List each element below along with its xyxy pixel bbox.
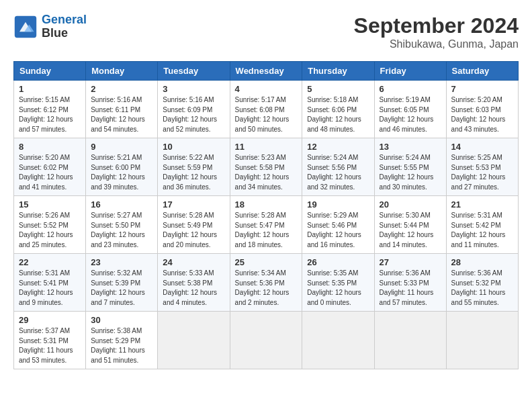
weekday-header: Sunday	[14, 62, 86, 81]
day-info: Sunrise: 5:35 AM Sunset: 5:35 PM Dayligh…	[307, 269, 369, 308]
calendar-cell: 18Sunrise: 5:28 AM Sunset: 5:47 PM Dayli…	[230, 196, 302, 254]
day-info: Sunrise: 5:21 AM Sunset: 6:00 PM Dayligh…	[91, 153, 152, 192]
logo-text: GeneralBlue	[42, 13, 87, 40]
day-number: 3	[163, 84, 224, 94]
calendar-cell: 11Sunrise: 5:23 AM Sunset: 5:58 PM Dayli…	[230, 138, 302, 196]
day-number: 4	[235, 84, 298, 94]
weekday-header: Tuesday	[158, 62, 230, 81]
calendar-cell: 8Sunrise: 5:20 AM Sunset: 6:02 PM Daylig…	[14, 138, 86, 196]
calendar-cell: 29Sunrise: 5:37 AM Sunset: 5:31 PM Dayli…	[14, 312, 86, 369]
calendar-cell: 15Sunrise: 5:26 AM Sunset: 5:52 PM Dayli…	[14, 196, 86, 254]
calendar-cell: 23Sunrise: 5:32 AM Sunset: 5:39 PM Dayli…	[86, 254, 158, 312]
day-info: Sunrise: 5:33 AM Sunset: 5:38 PM Dayligh…	[163, 269, 224, 308]
day-info: Sunrise: 5:16 AM Sunset: 6:09 PM Dayligh…	[163, 95, 224, 134]
day-number: 10	[163, 142, 224, 152]
day-number: 28	[451, 257, 513, 267]
day-number: 20	[380, 199, 441, 210]
day-info: Sunrise: 5:19 AM Sunset: 6:05 PM Dayligh…	[380, 95, 441, 134]
day-info: Sunrise: 5:20 AM Sunset: 6:02 PM Dayligh…	[19, 153, 81, 192]
day-info: Sunrise: 5:18 AM Sunset: 6:06 PM Dayligh…	[307, 95, 369, 134]
day-info: Sunrise: 5:31 AM Sunset: 5:41 PM Dayligh…	[19, 269, 81, 308]
day-number: 27	[380, 257, 441, 267]
title-block: September 2024 Shibukawa, Gunma, Japan	[354, 13, 519, 50]
calendar-cell: 3Sunrise: 5:16 AM Sunset: 6:09 PM Daylig…	[158, 81, 230, 138]
calendar-cell: 5Sunrise: 5:18 AM Sunset: 6:06 PM Daylig…	[302, 81, 374, 138]
day-number: 15	[19, 199, 81, 210]
calendar-cell	[446, 312, 518, 369]
calendar-cell: 25Sunrise: 5:34 AM Sunset: 5:36 PM Dayli…	[230, 254, 302, 312]
month-title: September 2024	[354, 13, 519, 38]
day-number: 21	[451, 199, 513, 210]
calendar-week-row: 1Sunrise: 5:15 AM Sunset: 6:12 PM Daylig…	[14, 81, 519, 138]
day-info: Sunrise: 5:25 AM Sunset: 5:53 PM Dayligh…	[451, 153, 513, 192]
logo: GeneralBlue	[13, 13, 87, 40]
day-info: Sunrise: 5:32 AM Sunset: 5:39 PM Dayligh…	[91, 269, 152, 308]
day-info: Sunrise: 5:36 AM Sunset: 5:33 PM Dayligh…	[380, 269, 441, 308]
calendar-cell	[302, 312, 374, 369]
calendar-cell: 7Sunrise: 5:20 AM Sunset: 6:03 PM Daylig…	[446, 81, 518, 138]
calendar-cell: 17Sunrise: 5:28 AM Sunset: 5:49 PM Dayli…	[158, 196, 230, 254]
calendar-cell: 22Sunrise: 5:31 AM Sunset: 5:41 PM Dayli…	[14, 254, 86, 312]
page-header: GeneralBlue September 2024 Shibukawa, Gu…	[13, 13, 519, 50]
day-number: 1	[19, 84, 81, 94]
calendar-cell: 2Sunrise: 5:16 AM Sunset: 6:11 PM Daylig…	[86, 81, 158, 138]
day-info: Sunrise: 5:30 AM Sunset: 5:44 PM Dayligh…	[380, 211, 441, 250]
day-number: 23	[91, 257, 152, 267]
day-number: 16	[91, 199, 152, 210]
calendar-cell: 1Sunrise: 5:15 AM Sunset: 6:12 PM Daylig…	[14, 81, 86, 138]
weekday-header: Thursday	[302, 62, 374, 81]
day-number: 17	[163, 199, 224, 210]
calendar-cell: 24Sunrise: 5:33 AM Sunset: 5:38 PM Dayli…	[158, 254, 230, 312]
day-info: Sunrise: 5:28 AM Sunset: 5:49 PM Dayligh…	[163, 211, 224, 250]
calendar-cell: 4Sunrise: 5:17 AM Sunset: 6:08 PM Daylig…	[230, 81, 302, 138]
calendar-cell: 19Sunrise: 5:29 AM Sunset: 5:46 PM Dayli…	[302, 196, 374, 254]
day-info: Sunrise: 5:23 AM Sunset: 5:58 PM Dayligh…	[235, 153, 298, 192]
calendar-cell	[158, 312, 230, 369]
calendar-cell: 16Sunrise: 5:27 AM Sunset: 5:50 PM Dayli…	[86, 196, 158, 254]
weekday-header: Wednesday	[230, 62, 302, 81]
day-number: 13	[380, 142, 441, 152]
calendar-week-row: 22Sunrise: 5:31 AM Sunset: 5:41 PM Dayli…	[14, 254, 519, 312]
day-info: Sunrise: 5:20 AM Sunset: 6:03 PM Dayligh…	[451, 95, 513, 134]
day-number: 6	[380, 84, 441, 94]
day-number: 30	[91, 315, 152, 325]
calendar-cell: 21Sunrise: 5:31 AM Sunset: 5:42 PM Dayli…	[446, 196, 518, 254]
calendar-week-row: 8Sunrise: 5:20 AM Sunset: 6:02 PM Daylig…	[14, 138, 519, 196]
logo-icon	[13, 15, 38, 39]
calendar-cell: 6Sunrise: 5:19 AM Sunset: 6:05 PM Daylig…	[374, 81, 446, 138]
calendar-cell	[230, 312, 302, 369]
day-info: Sunrise: 5:38 AM Sunset: 5:29 PM Dayligh…	[91, 326, 152, 365]
day-info: Sunrise: 5:22 AM Sunset: 5:59 PM Dayligh…	[163, 153, 224, 192]
calendar-week-row: 29Sunrise: 5:37 AM Sunset: 5:31 PM Dayli…	[14, 312, 519, 369]
day-info: Sunrise: 5:34 AM Sunset: 5:36 PM Dayligh…	[235, 269, 298, 308]
day-info: Sunrise: 5:17 AM Sunset: 6:08 PM Dayligh…	[235, 95, 298, 134]
weekday-header: Saturday	[446, 62, 518, 81]
day-info: Sunrise: 5:36 AM Sunset: 5:32 PM Dayligh…	[451, 269, 513, 308]
day-info: Sunrise: 5:29 AM Sunset: 5:46 PM Dayligh…	[307, 211, 369, 250]
calendar-cell: 20Sunrise: 5:30 AM Sunset: 5:44 PM Dayli…	[374, 196, 446, 254]
day-number: 26	[307, 257, 369, 267]
calendar-cell: 28Sunrise: 5:36 AM Sunset: 5:32 PM Dayli…	[446, 254, 518, 312]
calendar-cell	[374, 312, 446, 369]
day-number: 24	[163, 257, 224, 267]
weekday-header: Friday	[374, 62, 446, 81]
day-number: 2	[91, 84, 152, 94]
day-number: 22	[19, 257, 81, 267]
day-number: 11	[235, 142, 298, 152]
day-info: Sunrise: 5:24 AM Sunset: 5:55 PM Dayligh…	[380, 153, 441, 192]
weekday-header-row: SundayMondayTuesdayWednesdayThursdayFrid…	[14, 62, 519, 81]
day-info: Sunrise: 5:28 AM Sunset: 5:47 PM Dayligh…	[235, 211, 298, 250]
calendar-cell: 10Sunrise: 5:22 AM Sunset: 5:59 PM Dayli…	[158, 138, 230, 196]
day-number: 29	[19, 315, 81, 325]
day-number: 19	[307, 199, 369, 210]
calendar-cell: 26Sunrise: 5:35 AM Sunset: 5:35 PM Dayli…	[302, 254, 374, 312]
day-number: 5	[307, 84, 369, 94]
calendar-cell: 27Sunrise: 5:36 AM Sunset: 5:33 PM Dayli…	[374, 254, 446, 312]
day-info: Sunrise: 5:24 AM Sunset: 5:56 PM Dayligh…	[307, 153, 369, 192]
day-info: Sunrise: 5:27 AM Sunset: 5:50 PM Dayligh…	[91, 211, 152, 250]
day-info: Sunrise: 5:31 AM Sunset: 5:42 PM Dayligh…	[451, 211, 513, 250]
day-number: 8	[19, 142, 81, 152]
day-info: Sunrise: 5:26 AM Sunset: 5:52 PM Dayligh…	[19, 211, 81, 250]
calendar-cell: 9Sunrise: 5:21 AM Sunset: 6:00 PM Daylig…	[86, 138, 158, 196]
day-number: 18	[235, 199, 298, 210]
